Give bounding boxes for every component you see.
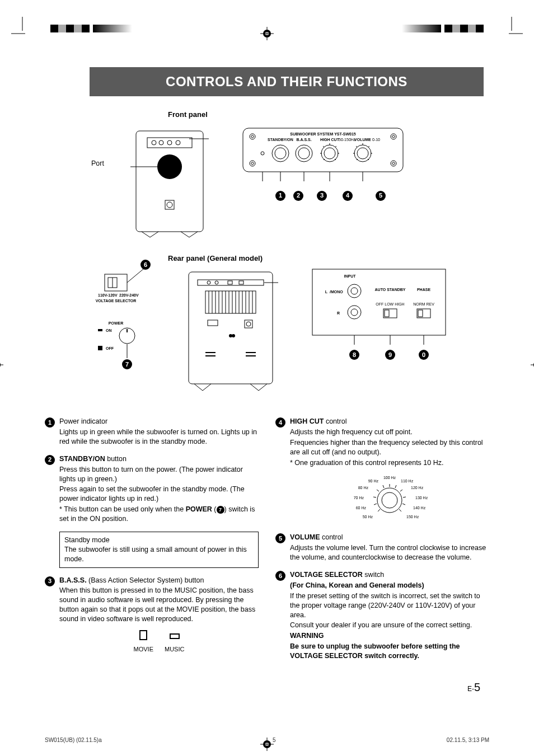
- svg-rect-85: [205, 291, 256, 313]
- item-2-body2: Press again to set the subwoofer in the …: [59, 485, 259, 504]
- rear-panel-heading: Rear panel (General model): [168, 253, 263, 264]
- svg-text:100 Hz: 100 Hz: [383, 476, 396, 480]
- movie-icon: MOVIE: [134, 630, 153, 654]
- callout-4: 4: [343, 191, 353, 201]
- svg-line-152: [400, 490, 402, 491]
- item-6-body1: If the preset setting of the switch is i…: [290, 591, 489, 620]
- svg-text:80 Hz: 80 Hz: [358, 486, 369, 490]
- svg-text:50 Hz: 50 Hz: [363, 515, 373, 519]
- item-3-title: B.A.S.S. (Bass Action Selector System) b…: [59, 576, 259, 585]
- svg-rect-17: [165, 200, 174, 209]
- callout-2: 2: [293, 191, 303, 201]
- svg-rect-83: [228, 281, 232, 284]
- callout-3: 3: [317, 191, 327, 201]
- item-1-body: Lights up in green while the subwoofer i…: [59, 428, 259, 447]
- svg-line-148: [377, 490, 379, 491]
- svg-rect-84: [239, 281, 243, 284]
- svg-text:ON: ON: [106, 328, 112, 332]
- registration-mark-left: [0, 358, 3, 374]
- right-column: 4 HIGH CUT control Adjusts the high freq…: [275, 417, 489, 669]
- svg-point-38: [275, 148, 286, 159]
- svg-line-155: [399, 509, 401, 511]
- callout-5: 5: [376, 191, 386, 201]
- footer-left: SW015(UB) (02.11.5)a: [45, 736, 102, 744]
- svg-point-21: [250, 134, 255, 139]
- svg-text:0-10: 0-10: [372, 138, 380, 142]
- svg-point-25: [250, 161, 255, 166]
- music-icon: MUSIC: [165, 630, 184, 654]
- svg-line-151: [395, 485, 396, 488]
- svg-rect-131: [170, 634, 179, 638]
- svg-point-11: [159, 140, 163, 145]
- svg-point-10: [152, 140, 156, 145]
- item-1: 1 Power indicator Lights up in green whi…: [45, 417, 259, 447]
- svg-point-132: [377, 488, 402, 513]
- svg-rect-101: [245, 320, 252, 328]
- rear-panel-zoom: INPUT L /MONO R AUTO STANDBY OFF LOW HIG…: [312, 269, 446, 360]
- svg-point-36: [261, 152, 264, 155]
- item-6: 6 VOLTAGE SELECTOR switch (For China, Ko…: [275, 570, 489, 661]
- svg-rect-9: [147, 138, 192, 148]
- svg-rect-72: [98, 329, 102, 331]
- svg-line-154: [402, 504, 405, 505]
- svg-text:150 Hz: 150 Hz: [406, 515, 419, 519]
- svg-text:220V-240V: 220V-240V: [119, 293, 139, 297]
- front-panel-heading: Front panel: [168, 110, 208, 120]
- item-6-body2: Consult your dealer if you are unsure of…: [290, 621, 489, 630]
- svg-point-81: [207, 281, 210, 284]
- svg-rect-8: [136, 131, 203, 232]
- svg-text:HIGH CUT: HIGH CUT: [320, 138, 340, 142]
- svg-rect-79: [189, 272, 273, 384]
- svg-line-146: [374, 504, 377, 505]
- svg-point-22: [251, 135, 254, 138]
- left-column: 1 Power indicator Lights up in green whi…: [45, 417, 259, 669]
- callout-8: 8: [349, 350, 359, 360]
- svg-point-114: [348, 284, 361, 298]
- svg-point-102: [246, 322, 251, 326]
- svg-point-23: [391, 134, 396, 139]
- item-1-title: Power indicator: [59, 417, 259, 426]
- rear-cabinet-diagram: [183, 269, 278, 400]
- svg-text:110 Hz: 110 Hz: [401, 479, 414, 483]
- svg-rect-76: [98, 346, 102, 350]
- svg-point-24: [392, 135, 395, 138]
- svg-point-27: [391, 161, 396, 166]
- svg-text:120 Hz: 120 Hz: [411, 486, 424, 490]
- high-cut-dial: 50 Hz 60 Hz 70 Hz 80 Hz 90 Hz 100 Hz 110…: [290, 472, 489, 525]
- registration-mark-bottom: [260, 738, 274, 754]
- svg-point-13: [176, 140, 180, 145]
- svg-point-118: [351, 309, 358, 316]
- svg-point-117: [348, 306, 361, 319]
- svg-text:INPUT: INPUT: [344, 274, 357, 278]
- svg-point-82: [215, 281, 218, 284]
- svg-line-45: [335, 146, 336, 147]
- item-4-note: One graduation of this control represent…: [290, 458, 489, 468]
- svg-text:50-150Hz: 50-150Hz: [339, 138, 356, 142]
- svg-text:PHASE: PHASE: [417, 288, 430, 292]
- svg-text:R: R: [337, 311, 340, 315]
- svg-line-53: [356, 146, 357, 147]
- item-3: 3 B.A.S.S. (Bass Action Selector System)…: [45, 576, 259, 654]
- front-speaker-diagram: Port: [130, 128, 209, 242]
- svg-text:L: L: [325, 290, 328, 294]
- svg-line-153: [403, 497, 406, 497]
- svg-point-133: [382, 492, 397, 508]
- item-4-body1: Adjusts the high frequency cut off point…: [290, 428, 489, 437]
- svg-text:70 Hz: 70 Hz: [354, 496, 364, 500]
- svg-point-115: [351, 288, 358, 294]
- svg-text:90 Hz: 90 Hz: [368, 479, 379, 483]
- svg-point-18: [167, 202, 172, 208]
- svg-line-147: [373, 497, 376, 497]
- svg-line-149: [383, 485, 384, 488]
- item-2-note: This button can be used only when the PO…: [59, 505, 259, 524]
- svg-rect-122: [385, 310, 389, 317]
- item-2: 2 STANDBY/ON button Press this button to…: [45, 454, 259, 524]
- svg-text:OFF LOW HIGH: OFF LOW HIGH: [376, 302, 404, 306]
- crop-marks: [34, 17, 500, 45]
- item-4-body2: Frequencies higher than the frequency se…: [290, 438, 489, 457]
- svg-point-28: [392, 162, 395, 165]
- svg-point-104: [232, 334, 235, 337]
- page-number: E-5: [34, 680, 500, 695]
- item-6-warn-hdr: WARNING: [290, 631, 489, 641]
- footer-mid: 5: [102, 736, 447, 744]
